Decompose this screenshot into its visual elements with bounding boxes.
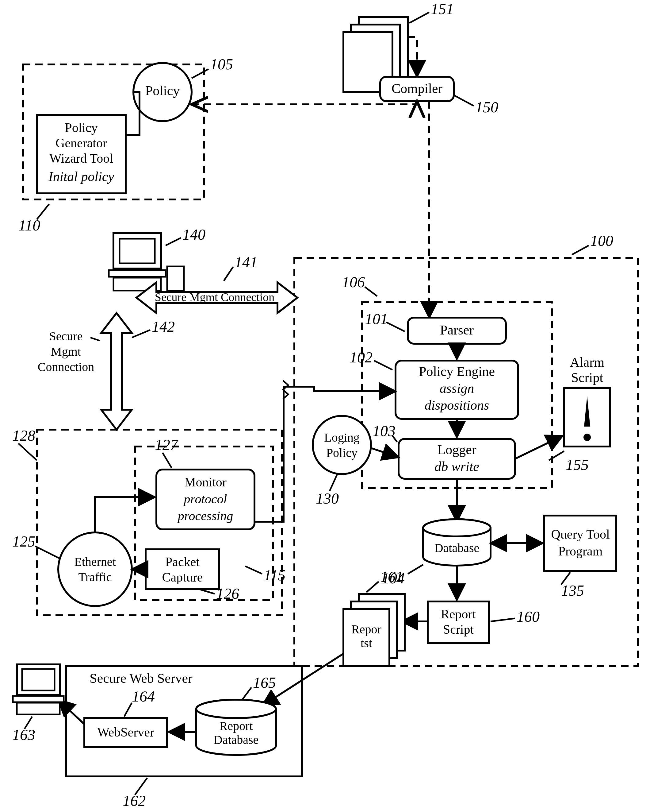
leader-142b xyxy=(90,337,100,340)
ref-103: 103 xyxy=(373,422,396,440)
ref-162: 162 xyxy=(123,792,146,809)
ref-155: 155 xyxy=(566,456,589,473)
svg-rect-16 xyxy=(120,239,155,263)
arrow-logger-to-alarm xyxy=(515,436,563,459)
svg-text:Repor: Repor xyxy=(352,622,381,636)
leader-115 xyxy=(245,566,262,574)
policy-gen-l2: Generator xyxy=(55,136,107,150)
line-policy-compiler xyxy=(192,101,417,104)
policy-gen-l3: Wizard Tool xyxy=(49,151,113,165)
arrow-logpolicy-to-logger xyxy=(371,448,399,457)
secure-mgmt-142-l1: Secure xyxy=(49,329,83,343)
logging-policy-l2: Policy xyxy=(326,446,358,460)
report-db-icon: Report Database xyxy=(196,700,276,755)
ref-165: 165 xyxy=(253,674,276,691)
leader-165 xyxy=(242,687,251,700)
ref-127: 127 xyxy=(155,436,178,453)
leader-130 xyxy=(330,474,337,491)
ref-163: 163 xyxy=(12,726,35,743)
secure-mgmt-142-l2: Mgmt xyxy=(51,345,81,359)
svg-point-6 xyxy=(583,433,591,441)
query-tool-box xyxy=(544,516,616,571)
monitor-l3: processing xyxy=(177,509,233,523)
system-diagram: Policy Generator Wizard Tool Inital poli… xyxy=(0,0,650,812)
ref-102: 102 xyxy=(350,349,373,366)
svg-text:Database: Database xyxy=(434,541,480,555)
ref-161: 161 xyxy=(380,568,403,585)
leader-141 xyxy=(224,267,233,281)
ref-100: 100 xyxy=(590,232,613,249)
monitor-l1: Monitor xyxy=(184,475,227,489)
ref-135: 135 xyxy=(561,582,584,599)
logging-policy-circle xyxy=(313,416,371,474)
ethernet-circle xyxy=(58,533,132,606)
leader-127 xyxy=(163,453,172,468)
arrow-webserver-to-client xyxy=(58,700,84,724)
ethernet-l2: Traffic xyxy=(79,570,112,584)
leader-125 xyxy=(35,546,60,559)
svg-rect-19 xyxy=(167,266,184,291)
monitor-l2: protocol xyxy=(183,492,227,506)
svg-point-21 xyxy=(196,700,276,718)
leader-100 xyxy=(572,246,589,255)
leader-106 xyxy=(365,287,377,296)
leader-104 xyxy=(408,565,423,574)
leader-101 xyxy=(386,322,405,331)
ref-101: 101 xyxy=(365,310,388,327)
ref-160: 160 xyxy=(517,608,540,625)
policy-gen-l4: Inital policy xyxy=(48,169,114,184)
leader-164 xyxy=(124,703,132,717)
svg-text:Script: Script xyxy=(571,370,603,385)
leader-102 xyxy=(374,360,393,370)
packet-capture-l1: Packet xyxy=(165,555,199,569)
ref-130: 130 xyxy=(316,490,339,507)
ref-141: 141 xyxy=(234,253,257,271)
ref-106: 106 xyxy=(342,273,365,291)
alarm-script: Alarm Script xyxy=(564,355,610,447)
leader-150 xyxy=(454,95,474,106)
arrow-eth-to-monitor xyxy=(95,497,155,533)
report-script-l1: Report xyxy=(441,607,476,621)
ref-128: 128 xyxy=(12,427,35,444)
svg-text:Alarm: Alarm xyxy=(570,355,604,370)
leader-142 xyxy=(132,330,150,337)
secure-web-server-label: Secure Web Server xyxy=(90,671,193,686)
leader-161 xyxy=(366,582,379,592)
leader-128 xyxy=(18,443,37,460)
compiler-label: Compiler xyxy=(391,81,443,96)
svg-text:Report: Report xyxy=(219,719,253,733)
svg-text:Database: Database xyxy=(214,733,259,746)
ref-142: 142 xyxy=(152,318,175,335)
computer-163-icon xyxy=(13,664,64,714)
svg-rect-27 xyxy=(17,703,60,714)
logger-l1: Logger xyxy=(437,442,476,457)
ref-125: 125 xyxy=(12,533,35,550)
query-tool-l1: Query Tool xyxy=(551,527,609,541)
svg-rect-25 xyxy=(22,669,55,690)
ref-140: 140 xyxy=(183,226,206,243)
ref-105: 105 xyxy=(210,55,233,73)
leader-105 xyxy=(192,69,209,78)
ethernet-l1: Ethernet xyxy=(74,555,116,569)
double-arrow-142 xyxy=(101,313,132,430)
svg-point-8 xyxy=(423,519,490,536)
policy-label: Policy xyxy=(145,83,180,98)
svg-text:tst: tst xyxy=(361,636,372,650)
ref-151: 151 xyxy=(431,0,454,17)
query-tool-l2: Program xyxy=(558,544,603,558)
ref-164: 164 xyxy=(132,688,155,705)
leader-160 xyxy=(490,618,515,621)
leader-151 xyxy=(409,12,429,23)
secure-mgmt-141: Secure Mgmt Connection xyxy=(155,291,274,304)
leader-140 xyxy=(166,238,181,246)
policy-engine-l1: Policy Engine xyxy=(419,364,495,379)
logger-l2: db write xyxy=(434,459,479,474)
policy-engine-l2: assign xyxy=(440,381,474,396)
policy-engine-l3: dispositions xyxy=(425,398,489,413)
ref-126: 126 xyxy=(216,585,239,602)
packet-capture-l2: Capture xyxy=(162,570,203,584)
reports-icon: Repor tst xyxy=(343,594,405,666)
ref-115: 115 xyxy=(264,566,285,584)
ref-110: 110 xyxy=(18,217,40,234)
policy-gen-l1: Policy xyxy=(65,121,97,135)
